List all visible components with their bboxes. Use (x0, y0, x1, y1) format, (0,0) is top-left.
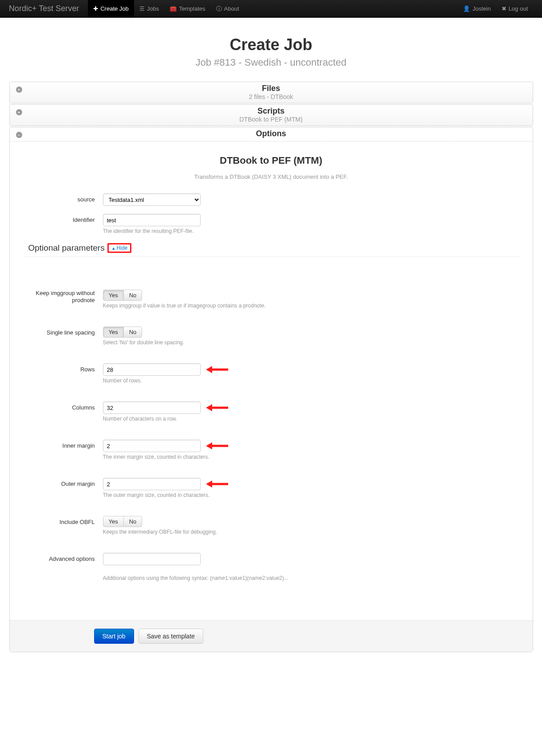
panel-title: Scripts (14, 106, 528, 116)
label-rows: Rows (23, 363, 103, 376)
single-line-toggle: Yes No (103, 327, 142, 338)
label-single-line: Single line spacing (23, 327, 103, 339)
help-inner-margin: The inner margin size, counted in charac… (103, 454, 210, 460)
keep-imggroup-no[interactable]: No (124, 290, 142, 301)
nav-label: Templates (179, 5, 205, 12)
panel-files-header[interactable]: Files 2 files - DTBook (10, 82, 533, 103)
help-include-obfl: Keeps the intermediary OBFL-file for deb… (103, 529, 217, 535)
help-columns: Number of characters on a row. (103, 416, 201, 422)
keep-imggroup-yes[interactable]: Yes (103, 290, 124, 301)
panel-subtitle: 2 files - DTBook (14, 93, 528, 100)
user-icon: 👤 (463, 5, 470, 12)
outer-margin-input[interactable] (103, 478, 201, 490)
label-identifier: Identifier (23, 214, 103, 226)
user-name: Jostein (472, 5, 491, 12)
row-include-obfl: Include OBFL Yes No Keeps the intermedia… (23, 516, 519, 535)
nav-label: About (224, 5, 239, 12)
help-single-line: Select 'No' for double line spacing. (103, 339, 184, 346)
section-desc: Transforms a DTBook (DAISY 3 XML) docume… (23, 173, 519, 180)
page-subtitle: Job #813 - Swedish - uncontracted (0, 57, 542, 68)
page-title: Create Job (0, 35, 542, 54)
nav-templates[interactable]: 🧰 Templates (164, 0, 210, 17)
inner-margin-input[interactable] (103, 440, 201, 452)
brand[interactable]: Nordic+ Test Server (9, 4, 79, 13)
row-rows: Rows Number of rows. (23, 363, 519, 384)
single-line-no[interactable]: No (124, 327, 142, 338)
help-keep-imggroup: Keeps imggroup if value is true or if im… (103, 303, 266, 309)
include-obfl-yes[interactable]: Yes (103, 516, 124, 527)
row-outer-margin: Outer margin The outer margin size, coun… (23, 478, 519, 498)
panel-subtitle: DTBook to PEF (MTM) (14, 116, 528, 123)
svg-marker-1 (206, 366, 212, 373)
logout-label: Log out (509, 5, 528, 12)
include-obfl-no[interactable]: No (124, 516, 142, 527)
panel-options-header[interactable]: Options (10, 127, 533, 141)
include-obfl-toggle: Yes No (103, 516, 142, 527)
panel-title: Files (14, 84, 528, 93)
briefcase-icon: 🧰 (170, 5, 177, 12)
label-inner-margin: Inner margin (23, 440, 103, 452)
panel-files: Files 2 files - DTBook (9, 82, 533, 103)
top-navbar: Nordic+ Test Server ✚ Create Job ☰ Jobs … (0, 0, 542, 18)
annotation-arrow-icon (206, 363, 228, 376)
advanced-input[interactable] (103, 553, 201, 565)
single-line-yes[interactable]: Yes (103, 327, 124, 338)
label-columns: Columns (23, 402, 103, 414)
optional-label: Optional parameters (28, 243, 105, 253)
row-single-line: Single line spacing Yes No Select 'No' f… (23, 327, 519, 346)
nav-jobs[interactable]: ☰ Jobs (134, 0, 164, 17)
expand-icon (16, 87, 22, 93)
label-outer-margin: Outer margin (23, 478, 103, 490)
label-advanced: Advanced options (23, 553, 103, 565)
row-columns: Columns Number of characters on a row. (23, 402, 519, 422)
panel-options: Options DTBook to PEF (MTM) Transforms a… (9, 127, 533, 652)
nav-label: Create Job (100, 5, 129, 12)
svg-marker-3 (206, 404, 212, 411)
nav-about[interactable]: ⓘ About (211, 0, 245, 17)
panel-options-body: DTBook to PEF (MTM) Transforms a DTBook … (10, 141, 533, 652)
chevron-up-icon: ▲ (111, 246, 116, 251)
rows-input[interactable] (103, 363, 201, 376)
annotation-arrow-icon (206, 478, 228, 490)
nav-user[interactable]: 👤 Jostein (458, 5, 496, 12)
keep-imggroup-toggle: Yes No (103, 290, 142, 301)
row-advanced: Advanced options Additional options usin… (23, 553, 519, 581)
row-source: source Testdata1.xml (23, 193, 519, 206)
row-identifier: Identifier The identifier for the result… (23, 214, 519, 234)
hide-toggle[interactable]: ▲ Hide (107, 243, 132, 253)
label-source: source (23, 193, 103, 206)
plus-icon: ✚ (93, 5, 98, 12)
row-inner-margin: Inner margin The inner margin size, coun… (23, 440, 519, 460)
source-select[interactable]: Testdata1.xml (103, 193, 201, 206)
list-icon: ☰ (139, 5, 145, 12)
optional-parameters-header: Optional parameters ▲ Hide (28, 243, 519, 253)
columns-input[interactable] (103, 402, 201, 414)
hide-toggle-label: Hide (117, 245, 128, 251)
row-keep-imggroup: Keep imggroup without prodnote Yes No Ke… (23, 290, 519, 309)
page-header: Create Job Job #813 - Swedish - uncontra… (0, 35, 542, 68)
help-rows: Number of rows. (103, 378, 201, 384)
panel-scripts: Scripts DTBook to PEF (MTM) (9, 104, 533, 126)
nav-create-job[interactable]: ✚ Create Job (88, 0, 134, 17)
help-outer-margin: The outer margin size, counted in charac… (103, 492, 210, 498)
action-bar: Start job Save as template (10, 620, 533, 652)
annotation-arrow-icon (206, 402, 228, 414)
expand-icon (16, 109, 22, 115)
help-advanced: Additional options using the following s… (103, 575, 519, 581)
start-job-button[interactable]: Start job (94, 629, 134, 644)
label-keep-imggroup: Keep imggroup without prodnote (23, 290, 103, 304)
nav-logout[interactable]: ✖ Log out (496, 5, 533, 12)
svg-marker-5 (206, 442, 212, 449)
panel-scripts-header[interactable]: Scripts DTBook to PEF (MTM) (10, 105, 533, 126)
collapse-icon (16, 132, 22, 138)
panel-title: Options (14, 129, 528, 138)
section-title: DTBook to PEF (MTM) (23, 155, 519, 166)
close-icon: ✖ (502, 5, 506, 12)
nav-label: Jobs (147, 5, 159, 12)
help-identifier: The identifier for the resulting PEF-fil… (103, 228, 201, 234)
info-icon: ⓘ (216, 5, 222, 13)
divider (23, 256, 519, 257)
save-template-button[interactable]: Save as template (138, 629, 203, 644)
identifier-input[interactable] (103, 214, 201, 226)
annotation-arrow-icon (206, 440, 228, 452)
